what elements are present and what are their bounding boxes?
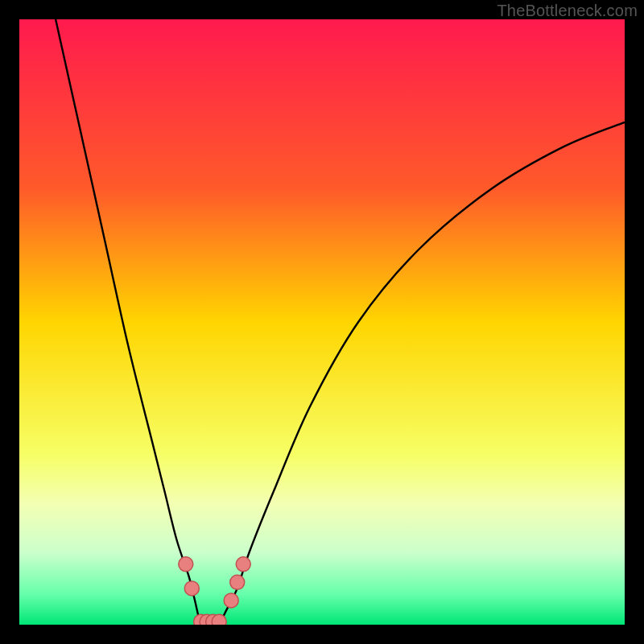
- watermark-text: TheBottleneck.com: [497, 2, 638, 20]
- chart-svg: [19, 19, 625, 625]
- marker-dot: [212, 614, 226, 625]
- chart-frame: [19, 19, 625, 625]
- marker-dot: [236, 557, 250, 572]
- marker-dot: [224, 593, 238, 608]
- marker-dot: [179, 557, 193, 572]
- marker-dot: [230, 575, 245, 589]
- marker-dot: [184, 581, 199, 596]
- chart-background: [19, 19, 625, 625]
